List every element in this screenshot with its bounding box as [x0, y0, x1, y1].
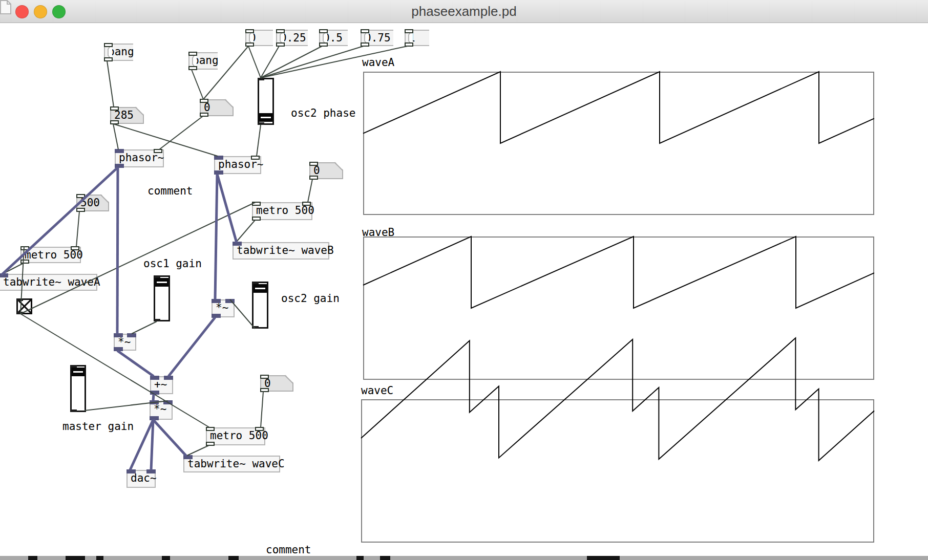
msg-phase-025[interactable]: 0.25 [276, 30, 308, 46]
msg-phase-0[interactable]: 0 [245, 30, 273, 46]
control-outlet [154, 319, 160, 321]
comment-bottom: comment [266, 544, 311, 556]
object-tabwrite-waveB: tabwrite~ waveB [233, 242, 329, 260]
control-inlet [71, 365, 77, 368]
signal-inlet [0, 273, 8, 277]
control-inlet [154, 149, 162, 153]
control-outlet [319, 42, 328, 47]
control-outlet [76, 208, 85, 212]
comment-master-gain-label: master gain [62, 420, 134, 433]
control-outlet [405, 42, 413, 47]
msg-bang-1-label: bang [108, 46, 134, 58]
object-multiply-master: *~ [150, 401, 173, 420]
control-outlet [20, 260, 29, 264]
number-osc2-metro[interactable]: 0 [309, 162, 343, 179]
control-inlet [110, 106, 119, 111]
comment-top-label: comment [147, 185, 193, 197]
object-metro-1-label: metro 500 [25, 249, 83, 261]
signal-inlet [233, 242, 242, 246]
signal-inlet [150, 400, 159, 404]
object-tabwrite-waveB-label: tabwrite~ waveB [237, 244, 334, 256]
msg-bang-1[interactable]: bang [104, 44, 133, 61]
control-inlet [252, 282, 259, 284]
control-outlet [276, 42, 285, 47]
slider-knob[interactable] [254, 284, 267, 293]
signal-outlet [214, 170, 223, 175]
control-inlet [188, 52, 197, 56]
control-inlet [76, 194, 85, 198]
object-multiply-1-label: *~ [118, 336, 131, 348]
signal-inlet [164, 376, 173, 380]
object-metro-2: metro 500 [252, 202, 312, 220]
object-multiply-2-label: *~ [216, 301, 228, 314]
control-outlet [110, 120, 119, 124]
control-outlet [245, 42, 254, 47]
msg-phase-075[interactable]: 0.75 [361, 30, 393, 46]
signal-inlet [214, 156, 223, 160]
signal-inlet [163, 400, 173, 404]
control-inlet [200, 99, 208, 103]
slider-knob[interactable] [259, 113, 272, 122]
signal-inlet [127, 333, 136, 337]
number-500[interactable]: 500 [76, 195, 109, 211]
number-osc2-metro-label: 0 [313, 164, 320, 177]
object-tabwrite-waveA-label: tabwrite~ waveA [3, 276, 100, 288]
slider-osc2-gain[interactable] [252, 282, 268, 329]
slider-osc2-phase[interactable] [258, 78, 274, 125]
control-outlet [71, 410, 77, 412]
control-inlet [154, 275, 160, 278]
comment-osc2-gain: osc2 gain [281, 293, 340, 305]
slider-osc1-gain[interactable] [154, 275, 170, 321]
object-metro-3: metro 500 [206, 427, 265, 445]
signal-inlet [225, 299, 235, 303]
slider-knob[interactable] [72, 368, 85, 376]
comment-osc2-phase-label: osc2 phase [291, 107, 355, 119]
control-outlet [309, 176, 318, 180]
pd-patch-window: phaseexample.pd bangbang285000.250.50.75… [0, 0, 928, 560]
object-add-label: +~ [154, 378, 167, 391]
offscreen-box-edge [66, 556, 85, 560]
number-metro-c[interactable]: 0 [260, 375, 293, 392]
object-dac: dac~ [126, 470, 156, 488]
offscreen-boxes-strip [0, 556, 928, 560]
control-inlet [255, 427, 264, 431]
object-metro-2-label: metro 500 [256, 204, 314, 217]
comment-osc2-phase: osc2 phase [291, 107, 355, 119]
graph-label-waveB: waveB [362, 226, 394, 239]
offscreen-box-edge [356, 556, 364, 560]
control-inlet [405, 29, 413, 33]
msg-phase-1[interactable]: 1 [405, 30, 429, 46]
control-inlet [206, 427, 215, 431]
number-285[interactable]: 285 [110, 107, 144, 124]
comment-osc1-gain: osc1 gain [143, 258, 202, 270]
object-phasor-2-label: phasor~ [218, 158, 264, 170]
object-dac-label: dac~ [131, 472, 157, 484]
msg-bang-2-label: bang [193, 54, 219, 67]
patch-canvas: bangbang285000.250.50.751osc2 phasephaso… [0, 0, 928, 560]
control-inlet [302, 202, 311, 206]
control-outlet [361, 42, 369, 47]
object-metro-1: metro 500 [20, 247, 81, 263]
control-inlet [251, 156, 260, 160]
object-multiply-2: *~ [212, 299, 235, 317]
msg-bang-2[interactable]: bang [188, 52, 218, 70]
object-tabwrite-waveA: tabwrite~ waveA [0, 274, 97, 291]
slider-master-gain[interactable] [70, 365, 86, 412]
control-inlet [17, 298, 23, 301]
comment-osc1-gain-label: osc1 gain [143, 257, 202, 270]
signal-inlet [146, 469, 156, 473]
toggle-metro[interactable] [16, 298, 32, 314]
slider-knob[interactable] [155, 278, 168, 287]
number-osc1-phase[interactable]: 0 [200, 99, 234, 116]
slider-knob-tick [261, 117, 271, 118]
control-inlet [276, 29, 285, 33]
offscreen-box-edge [28, 556, 37, 560]
signal-outlet [114, 347, 123, 351]
offscreen-box-edge [380, 556, 390, 560]
object-tabwrite-waveC-label: tabwrite~ waveC [187, 458, 285, 470]
comment-top: comment [147, 185, 193, 197]
control-outlet [104, 57, 113, 61]
msg-phase-05[interactable]: 0.5 [319, 30, 348, 46]
signal-inlet [183, 455, 193, 459]
number-500-label: 500 [80, 197, 100, 209]
